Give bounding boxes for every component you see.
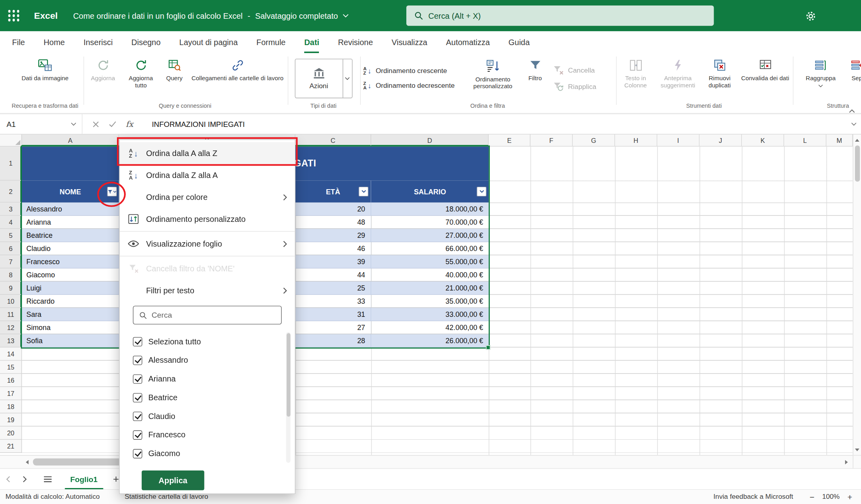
cell-eta[interactable]: 44 bbox=[295, 269, 371, 281]
checklist-item[interactable]: Arianna bbox=[133, 370, 295, 388]
tab-revisione[interactable]: Revisione bbox=[338, 31, 373, 53]
zoom-in-button[interactable]: + bbox=[847, 492, 852, 501]
cell-nome[interactable]: Claudio bbox=[22, 242, 119, 255]
tab-disegno[interactable]: Disegno bbox=[131, 31, 160, 53]
previous-sheet-button[interactable] bbox=[0, 476, 16, 482]
column-header-k[interactable]: K bbox=[742, 134, 784, 146]
row-header-2[interactable]: 2 bbox=[0, 181, 22, 203]
app-launcher-button[interactable] bbox=[0, 0, 28, 31]
row-header-3[interactable]: 3 bbox=[0, 203, 22, 216]
formula-content[interactable]: INFORMAZIONI IMPIEGATI bbox=[152, 120, 245, 128]
app-name[interactable]: Excel bbox=[34, 10, 57, 21]
cell-eta[interactable]: 28 bbox=[295, 334, 371, 347]
tab-visualizza[interactable]: Visualizza bbox=[392, 31, 427, 53]
menu-item-sheet-view[interactable]: Visualizzazione foglio bbox=[120, 233, 295, 255]
filter-search-input[interactable] bbox=[152, 311, 276, 320]
document-title[interactable]: Come ordinare i dati in un foglio di cal… bbox=[73, 11, 349, 20]
cell-salario[interactable]: 55.000,00 € bbox=[371, 255, 489, 268]
checklist-item[interactable]: Beatrice bbox=[133, 388, 295, 407]
zoom-out-button[interactable]: − bbox=[810, 492, 814, 501]
column-header-g[interactable]: G bbox=[573, 134, 615, 146]
dati-da-immagine-button[interactable]: Dati da immagine bbox=[22, 54, 69, 102]
row-header-6[interactable]: 6 bbox=[0, 242, 22, 255]
nome-filter-button[interactable] bbox=[107, 187, 117, 197]
cell-eta[interactable]: 48 bbox=[295, 216, 371, 229]
column-header-m[interactable]: M bbox=[826, 134, 853, 146]
cell-salario[interactable]: 21.000,00 € bbox=[371, 282, 489, 294]
row-header-5[interactable]: 5 bbox=[0, 229, 22, 242]
column-header-j[interactable]: J bbox=[700, 134, 742, 146]
cell-nome[interactable]: Alessandro bbox=[22, 203, 119, 215]
checkbox-checked-icon[interactable] bbox=[133, 337, 142, 346]
column-header-e[interactable]: E bbox=[489, 134, 530, 146]
row-header-19[interactable]: 19 bbox=[0, 413, 22, 427]
collegamenti-cartelle-button[interactable]: Collegamenti alle cartelle di lavoro bbox=[190, 54, 285, 102]
column-header-d[interactable]: D bbox=[371, 134, 489, 146]
checklist-item-select-all[interactable]: Seleziona tutto bbox=[133, 332, 295, 351]
azioni-gallery[interactable]: Azioni bbox=[295, 59, 352, 98]
row-header-14[interactable]: 14 bbox=[0, 348, 22, 361]
cell-eta[interactable]: 29 bbox=[295, 229, 371, 242]
column-header-l[interactable]: L bbox=[784, 134, 826, 146]
cell-nome[interactable]: Giacomo bbox=[22, 269, 119, 281]
cell-salario[interactable]: 26.000,00 € bbox=[371, 334, 489, 347]
query-button[interactable]: Query bbox=[161, 54, 188, 102]
all-sheets-button[interactable] bbox=[38, 476, 57, 482]
cancel-icon[interactable] bbox=[92, 121, 99, 128]
salario-filter-button[interactable] bbox=[477, 187, 487, 197]
header-cell-nome[interactable]: NOME bbox=[22, 181, 119, 203]
checklist-item[interactable]: Alessandro bbox=[133, 351, 295, 370]
row-header-18[interactable]: 18 bbox=[0, 400, 22, 413]
feedback-link[interactable]: Invia feedback a Microsoft bbox=[713, 493, 793, 500]
cell-salario[interactable]: 42.000,00 € bbox=[371, 321, 489, 334]
row-header-4[interactable]: 4 bbox=[0, 216, 22, 229]
scroll-up-arrow[interactable] bbox=[853, 136, 861, 144]
cell-salario[interactable]: 35.000,00 € bbox=[371, 295, 489, 308]
vertical-scroll-thumb[interactable] bbox=[855, 146, 860, 182]
separa-button[interactable]: Sep bbox=[841, 54, 861, 102]
scroll-left-arrow[interactable] bbox=[22, 456, 32, 469]
sheet-tab-foglio1[interactable]: Foglio1 bbox=[65, 468, 103, 489]
vertical-scrollbar[interactable] bbox=[853, 134, 861, 455]
cell-eta[interactable]: 46 bbox=[295, 242, 371, 255]
row-header-13[interactable]: 13 bbox=[0, 334, 22, 348]
cell-eta[interactable]: 39 bbox=[295, 255, 371, 268]
cell-nome[interactable]: Simona bbox=[22, 321, 119, 334]
cell-salario[interactable]: 27.000,00 € bbox=[371, 229, 489, 242]
settings-button[interactable] bbox=[802, 7, 819, 25]
zoom-level[interactable]: 100% bbox=[822, 493, 840, 500]
raggruppa-button[interactable]: Raggruppa bbox=[803, 54, 838, 102]
scroll-down-arrow[interactable] bbox=[853, 445, 861, 454]
cell-salario[interactable]: 66.000,00 € bbox=[371, 242, 489, 255]
menu-item-sort-az[interactable]: AZ↓ Ordina dalla A alla Z bbox=[120, 142, 295, 164]
tab-file[interactable]: File bbox=[12, 31, 25, 53]
row-header-11[interactable]: 11 bbox=[0, 308, 22, 321]
row-header-9[interactable]: 9 bbox=[0, 282, 22, 295]
column-header-a[interactable]: A bbox=[22, 134, 119, 146]
checklist-item[interactable]: Claudio bbox=[133, 407, 295, 425]
row-header-16[interactable]: 16 bbox=[0, 374, 22, 387]
name-box[interactable]: A1 bbox=[0, 114, 82, 134]
checkbox-checked-icon[interactable] bbox=[133, 411, 142, 421]
cell-salario[interactable]: 40.000,00 € bbox=[371, 269, 489, 281]
cell-salario[interactable]: 70.000,00 € bbox=[371, 216, 489, 229]
insert-function-button[interactable]: fx bbox=[126, 120, 133, 128]
convalida-dati-button[interactable]: Convalida dei dati bbox=[740, 54, 791, 102]
menu-item-text-filters[interactable]: Filtri per testo bbox=[120, 279, 295, 301]
row-header-15[interactable]: 15 bbox=[0, 361, 22, 374]
azioni-dropdown[interactable] bbox=[342, 59, 352, 98]
cell-eta[interactable]: 27 bbox=[295, 321, 371, 334]
tab-home[interactable]: Home bbox=[44, 31, 65, 53]
row-header-12[interactable]: 12 bbox=[0, 321, 22, 334]
cell-eta[interactable]: 25 bbox=[295, 282, 371, 294]
cell-nome[interactable]: Francesco bbox=[22, 255, 119, 268]
checkbox-checked-icon[interactable] bbox=[133, 430, 142, 439]
column-header-h[interactable]: H bbox=[615, 134, 657, 146]
cell-eta[interactable]: 31 bbox=[295, 308, 371, 321]
expand-formula-bar-button[interactable] bbox=[851, 123, 857, 126]
filter-search-box[interactable] bbox=[133, 306, 282, 324]
workbook-statistics[interactable]: Statistiche cartella di lavoro bbox=[125, 493, 208, 500]
menu-scrollbar[interactable] bbox=[286, 332, 291, 462]
menu-scroll-thumb[interactable] bbox=[286, 333, 290, 417]
ordinamento-decrescente-button[interactable]: ZA↓ Ordinamento decrescente bbox=[363, 81, 465, 90]
